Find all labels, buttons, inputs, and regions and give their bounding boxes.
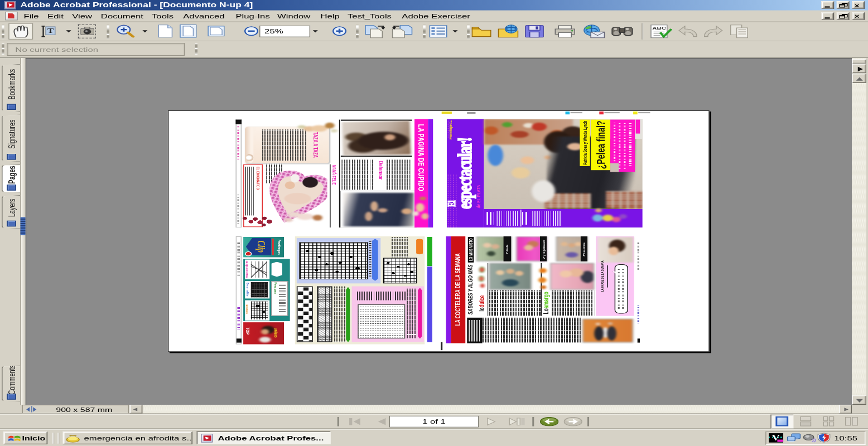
svg-text:T: T xyxy=(47,27,54,35)
svg-text:ABC: ABC xyxy=(652,26,666,31)
